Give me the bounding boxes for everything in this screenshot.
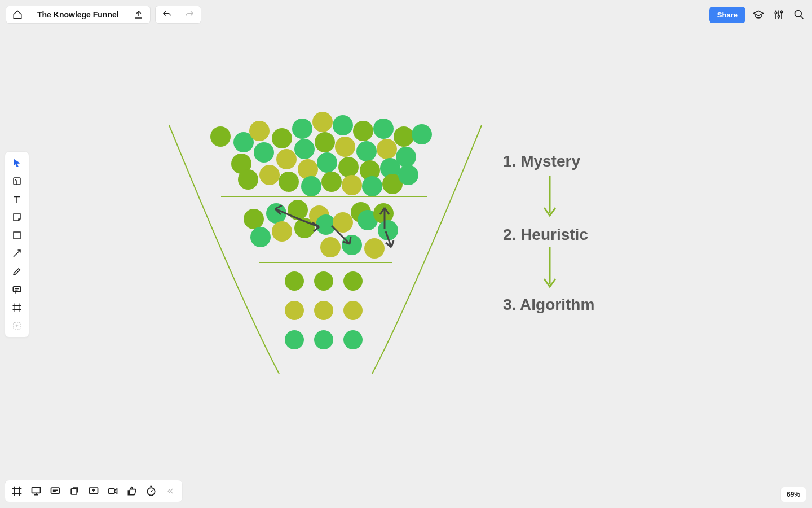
undo-redo-group (155, 6, 201, 24)
svg-marker-4 (14, 159, 20, 167)
svg-point-26 (279, 172, 299, 192)
svg-point-75 (343, 330, 363, 349)
undo-button[interactable] (156, 6, 178, 23)
svg-point-30 (301, 176, 321, 196)
share-screen-button[interactable] (85, 483, 102, 500)
graduation-icon (753, 9, 764, 20)
svg-point-61 (342, 235, 362, 255)
heuristic-arrows (275, 205, 394, 247)
timer-button[interactable] (143, 483, 160, 500)
templates-icon (12, 176, 22, 186)
svg-point-28 (294, 139, 315, 159)
sticky-tool[interactable] (7, 208, 27, 226)
svg-point-46 (382, 174, 403, 194)
svg-point-36 (335, 137, 355, 157)
svg-point-0 (775, 12, 776, 14)
svg-point-69 (343, 271, 363, 291)
svg-point-23 (259, 165, 280, 185)
svg-point-66 (378, 220, 398, 240)
sticky-icon (12, 212, 22, 222)
svg-point-34 (321, 172, 342, 192)
frames-bottom-button[interactable] (8, 483, 25, 500)
svg-point-71 (314, 301, 333, 320)
collapse-button[interactable] (162, 483, 179, 500)
svg-rect-9 (32, 487, 41, 493)
svg-point-37 (338, 157, 359, 177)
more-apps-tool[interactable] (7, 317, 27, 335)
shape-tool[interactable] (7, 226, 27, 244)
chevrons-left-icon (166, 487, 175, 496)
svg-point-22 (238, 169, 258, 190)
top-left-group: The Knowlege Funnel (6, 6, 151, 24)
svg-point-33 (317, 152, 337, 173)
svg-point-17 (210, 126, 231, 147)
svg-point-67 (285, 271, 304, 291)
svg-point-40 (356, 141, 377, 161)
text-tool[interactable] (7, 190, 27, 208)
pen-tool[interactable] (7, 262, 27, 281)
chat-icon (50, 485, 61, 497)
svg-point-62 (351, 202, 371, 222)
svg-point-56 (294, 218, 315, 238)
svg-point-1 (778, 16, 779, 17)
svg-point-60 (333, 212, 353, 233)
svg-rect-13 (109, 489, 115, 493)
svg-point-35 (333, 115, 353, 135)
svg-point-25 (276, 149, 297, 169)
svg-point-54 (272, 221, 292, 242)
svg-point-55 (288, 200, 308, 220)
cards-button[interactable] (66, 483, 83, 500)
frame-tool[interactable] (7, 299, 27, 317)
label-heuristic[interactable]: 2. Heuristic (503, 226, 588, 244)
redo-button[interactable] (178, 6, 201, 23)
square-icon (12, 230, 22, 240)
share-button[interactable]: Share (709, 7, 745, 23)
left-toolbar (5, 151, 29, 338)
funnel-dots-middle (244, 200, 398, 259)
presentation-icon (30, 485, 42, 497)
label-mystery[interactable]: 1. Mystery (503, 152, 580, 170)
video-button[interactable] (104, 483, 121, 500)
reactions-button[interactable] (123, 483, 140, 500)
search-button[interactable] (792, 7, 806, 22)
svg-rect-11 (71, 489, 77, 494)
svg-point-38 (342, 175, 362, 195)
funnel-dots-bottom (285, 271, 363, 349)
svg-point-65 (373, 203, 394, 224)
video-icon (107, 485, 118, 497)
upload-button[interactable] (127, 6, 150, 23)
svg-point-52 (250, 227, 271, 247)
svg-point-48 (396, 147, 416, 167)
sliders-icon (773, 9, 784, 20)
learn-button[interactable] (751, 7, 766, 22)
diagram-canvas (0, 0, 812, 508)
svg-point-70 (285, 301, 304, 320)
svg-point-51 (244, 209, 264, 229)
pen-icon (12, 266, 22, 277)
funnel-dots-top (210, 112, 432, 196)
svg-point-31 (312, 112, 333, 132)
zoom-level[interactable]: 69% (780, 487, 806, 502)
top-bar-right: Share (709, 7, 806, 23)
comments-bottom-button[interactable] (47, 483, 64, 500)
arrow-tool[interactable] (7, 244, 27, 262)
cursor-icon (12, 158, 22, 168)
svg-point-50 (412, 124, 432, 144)
cards-icon (69, 485, 80, 497)
comment-tool[interactable] (7, 281, 27, 299)
templates-tool[interactable] (7, 172, 27, 190)
svg-point-41 (360, 160, 380, 181)
svg-point-49 (398, 165, 418, 185)
svg-point-64 (364, 238, 385, 259)
svg-rect-6 (14, 232, 20, 239)
present-button[interactable] (28, 483, 45, 500)
select-tool[interactable] (7, 154, 27, 172)
bottom-toolbar (5, 480, 183, 502)
label-algorithm[interactable]: 3. Algorithm (503, 296, 594, 314)
home-button[interactable] (6, 6, 29, 23)
svg-point-63 (358, 210, 378, 230)
settings-button[interactable] (771, 7, 786, 22)
svg-point-42 (362, 176, 382, 196)
svg-point-59 (320, 237, 341, 257)
board-title[interactable]: The Knowlege Funnel (29, 6, 127, 23)
